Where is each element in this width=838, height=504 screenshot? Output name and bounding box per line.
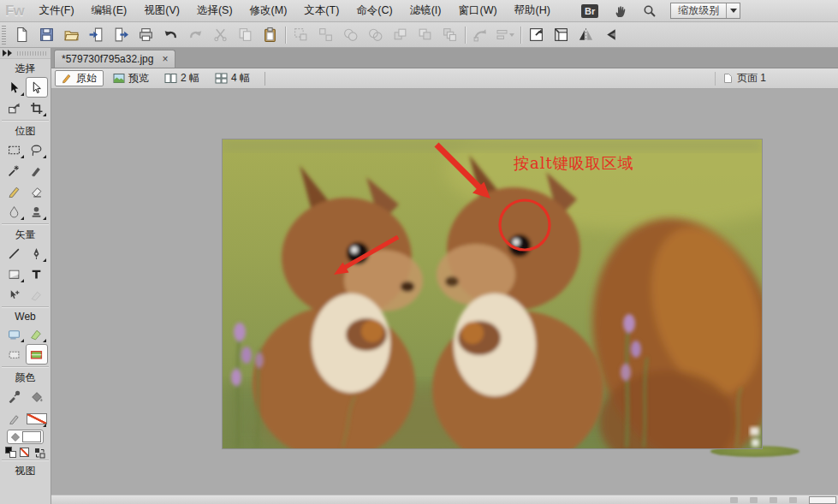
zoom-tool-icon[interactable] xyxy=(643,4,657,18)
view-mode-bar: 原始 预览 2 幅 4 幅 页面 1 xyxy=(51,68,838,89)
section-label-vector: 矢量 xyxy=(0,225,51,243)
show-slices-button[interactable] xyxy=(26,344,48,365)
knife-tool[interactable] xyxy=(26,284,48,305)
page-indicator-label: 页面 1 xyxy=(737,71,766,86)
section-label-bitmap: 位图 xyxy=(0,122,51,139)
import-button[interactable] xyxy=(84,24,109,46)
view-2up-button[interactable]: 2 幅 xyxy=(158,70,205,86)
view-4up-button[interactable]: 4 幅 xyxy=(209,70,256,86)
default-colors-button[interactable] xyxy=(5,447,16,458)
move-forward-button[interactable] xyxy=(413,24,437,46)
crop-document-button[interactable] xyxy=(549,24,574,46)
pen-tool[interactable] xyxy=(26,243,48,264)
paint-bucket-tool[interactable] xyxy=(26,386,48,406)
document-image-squirrels[interactable]: 按alt键吸取区域 xyxy=(223,139,762,448)
collapse-panel-icon2[interactable] xyxy=(8,50,12,56)
copy-button[interactable] xyxy=(233,24,258,46)
undo-button[interactable] xyxy=(158,24,183,46)
menu-select[interactable]: 选择(S) xyxy=(188,0,241,21)
blur-tool[interactable] xyxy=(3,201,26,222)
status-glyph xyxy=(750,497,758,503)
save-button[interactable] xyxy=(34,24,59,46)
magic-wand-tool[interactable] xyxy=(3,160,26,181)
tools-panel: 选择 位图 矢量 Web 颜色 xyxy=(0,48,51,504)
tools-panel-header[interactable] xyxy=(0,48,51,59)
bring-to-front-button[interactable] xyxy=(388,24,413,46)
close-tab-icon[interactable]: × xyxy=(162,53,168,65)
eyedropper-tool[interactable] xyxy=(3,386,26,406)
section-label-select: 选择 xyxy=(0,59,51,77)
document-tab-strip: *579730f795a32.jpg × xyxy=(51,48,838,68)
document-tab[interactable]: *579730f795a32.jpg × xyxy=(54,50,175,68)
eraser-tool[interactable] xyxy=(26,181,48,201)
print-button[interactable] xyxy=(134,24,158,46)
hide-slices-button[interactable] xyxy=(3,344,26,365)
menu-window[interactable]: 窗口(W) xyxy=(449,0,505,21)
menu-modify[interactable]: 修改(M) xyxy=(241,0,296,21)
rectangle-tool[interactable] xyxy=(3,264,26,284)
section-label-colors: 颜色 xyxy=(0,368,51,386)
document-tab-title: *579730f795a32.jpg xyxy=(62,53,153,65)
line-tool[interactable] xyxy=(3,243,26,264)
view-original-label: 原始 xyxy=(76,71,97,86)
union-button[interactable] xyxy=(338,24,363,46)
status-glyph xyxy=(789,497,797,503)
bridge-badge[interactable]: Br xyxy=(581,4,598,18)
redo-button[interactable] xyxy=(183,24,208,46)
slice-tool[interactable] xyxy=(26,323,48,344)
preview-image-icon xyxy=(113,73,125,84)
pointer-tool[interactable] xyxy=(3,77,26,98)
page-indicator[interactable]: 页面 1 xyxy=(715,71,766,86)
menu-file[interactable]: 文件(F) xyxy=(31,0,83,21)
no-color-button[interactable] xyxy=(20,447,31,458)
brush-tool[interactable] xyxy=(26,160,48,181)
text-tool[interactable] xyxy=(26,264,48,284)
flip-horizontal-button[interactable] xyxy=(574,24,598,46)
zoom-level-dropdown[interactable]: 缩放级别 xyxy=(670,3,740,19)
collapse-panel-icon[interactable] xyxy=(3,50,7,56)
transform-button[interactable] xyxy=(468,24,493,46)
menu-text[interactable]: 文本(T) xyxy=(295,0,348,21)
punch-button[interactable] xyxy=(363,24,388,46)
cut-button[interactable] xyxy=(208,24,233,46)
new-document-button[interactable] xyxy=(9,24,34,46)
flip-vertical-button[interactable] xyxy=(598,24,623,46)
toolbar-grip[interactable] xyxy=(2,26,6,44)
pencil-tool[interactable] xyxy=(3,181,26,201)
menu-help[interactable]: 帮助(H) xyxy=(506,0,559,21)
hand-tool-icon[interactable] xyxy=(614,4,627,18)
align-button[interactable] xyxy=(493,24,518,46)
menu-edit[interactable]: 编辑(E) xyxy=(83,0,136,21)
marquee-tool[interactable] xyxy=(3,139,26,160)
status-zoom-box[interactable] xyxy=(809,496,836,504)
freeform-tool[interactable] xyxy=(3,284,26,305)
hotspot-tool[interactable] xyxy=(3,323,26,344)
paste-button[interactable] xyxy=(258,24,282,46)
fit-canvas-button[interactable] xyxy=(524,24,549,46)
ungroup-button[interactable] xyxy=(313,24,338,46)
scale-tool[interactable] xyxy=(3,98,26,118)
menu-commands[interactable]: 命令(C) xyxy=(348,0,401,21)
four-panes-icon xyxy=(215,73,228,84)
stroke-color-swatch[interactable] xyxy=(26,408,48,429)
send-to-back-button[interactable] xyxy=(437,24,462,46)
rubber-stamp-tool[interactable] xyxy=(26,201,48,222)
menu-filters[interactable]: 滤镜(I) xyxy=(401,0,450,21)
view-original-button[interactable]: 原始 xyxy=(55,70,104,86)
fill-color-row[interactable] xyxy=(7,430,44,444)
panel-grip[interactable] xyxy=(17,51,48,56)
swap-colors-button[interactable] xyxy=(34,447,45,458)
open-button[interactable] xyxy=(59,24,84,46)
subselection-tool[interactable] xyxy=(26,77,48,98)
menu-view[interactable]: 视图(V) xyxy=(135,0,188,21)
zoom-level-label: 缩放级别 xyxy=(671,3,726,18)
group-button[interactable] xyxy=(288,24,313,46)
export-button[interactable] xyxy=(109,24,134,46)
menu-bar: Fw 文件(F) 编辑(E) 视图(V) 选择(S) 修改(M) 文本(T) 命… xyxy=(0,0,838,22)
view-preview-button[interactable]: 预览 xyxy=(107,70,155,86)
lasso-tool[interactable] xyxy=(26,139,48,160)
chevron-down-icon[interactable] xyxy=(726,3,740,18)
fill-color-swatch[interactable] xyxy=(22,431,41,442)
crop-tool[interactable] xyxy=(26,98,48,118)
pencil-icon xyxy=(62,73,73,84)
